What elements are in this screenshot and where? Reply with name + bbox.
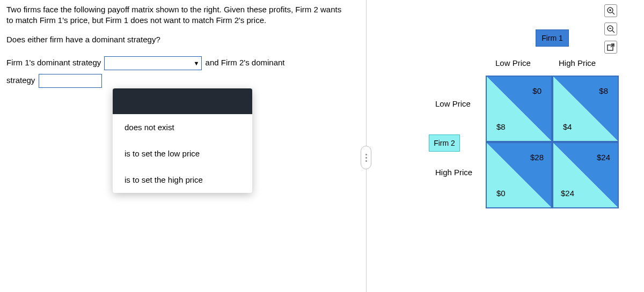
payoff-firm1-lh: $8 (599, 86, 608, 95)
firm1-strategy-select[interactable]: ▼ (104, 56, 202, 70)
firm2-strategy-input[interactable] (39, 74, 102, 88)
payoff-firm2-hl: $0 (496, 189, 506, 198)
pane-resize-handle[interactable] (361, 146, 371, 169)
row-header-low: Low Price (435, 99, 471, 108)
dropdown-menu: does not exist is to set the low price i… (113, 88, 252, 193)
popout-button[interactable] (604, 41, 617, 54)
answer-text-part1: Firm 1's dominant strategy (6, 58, 101, 67)
dropdown-option-does-not-exist[interactable]: does not exist (113, 114, 252, 140)
row-header-high: High Price (435, 168, 472, 177)
payoff-cell-high-low: $28 $0 (486, 142, 552, 208)
payoff-cell-low-low: $0 $8 (486, 76, 552, 142)
zoom-out-button[interactable] (604, 23, 617, 35)
payoff-firm2-hh: $24 (561, 189, 574, 198)
dropdown-option-high-price[interactable]: is to set the high price (113, 167, 252, 193)
answer-text-part2: and Firm 2's dominant (206, 58, 285, 67)
dropdown-option-low-price[interactable]: is to set the low price (113, 140, 252, 167)
zoom-in-icon (606, 6, 615, 15)
svg-line-9 (612, 12, 614, 14)
question-intro: Two firms face the following payoff matr… (6, 4, 348, 26)
svg-line-13 (612, 31, 614, 33)
firm2-label: Firm 2 (429, 134, 460, 152)
answer-text-part3: strategy (6, 76, 35, 85)
chevron-down-icon: ▼ (194, 56, 200, 69)
payoff-firm1-hl: $28 (530, 153, 544, 162)
payoff-firm1-hh: $24 (597, 153, 610, 162)
dropdown-option-blank[interactable] (113, 88, 252, 114)
col-header-low: Low Price (495, 58, 531, 68)
payoff-cell-high-high: $24 $24 (552, 142, 619, 208)
firm1-label: Firm 1 (536, 29, 569, 47)
svg-line-16 (611, 44, 614, 47)
zoom-out-icon (606, 25, 615, 33)
payoff-firm2-ll: $8 (496, 122, 506, 131)
payoff-cell-low-high: $8 $4 (552, 76, 619, 142)
popout-icon (607, 43, 614, 51)
col-header-high: High Price (559, 58, 596, 68)
zoom-in-button[interactable] (604, 4, 617, 17)
question-prompt: Does either firm have a dominant strateg… (6, 35, 348, 44)
payoff-firm2-lh: $4 (563, 122, 572, 131)
payoff-firm1-ll: $0 (532, 86, 541, 95)
